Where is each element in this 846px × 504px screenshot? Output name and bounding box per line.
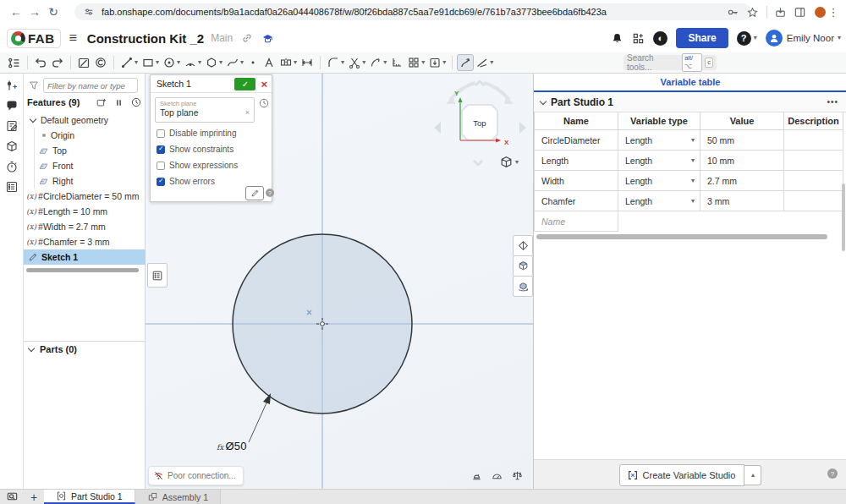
caret-down-icon[interactable]: ▾ bbox=[421, 59, 425, 66]
measure-tool-button[interactable] bbox=[388, 54, 405, 71]
view-mode-button[interactable]: ▾ bbox=[499, 155, 519, 169]
feature-row-right-plane[interactable]: Right bbox=[24, 173, 160, 189]
cell-name[interactable]: Chamfer bbox=[534, 191, 618, 211]
rail-insert-icon[interactable] bbox=[5, 79, 19, 92]
option-show-expressions[interactable]: Show expressions bbox=[157, 161, 238, 170]
table-horizontal-scrollbar[interactable] bbox=[536, 234, 827, 239]
sketch-button[interactable] bbox=[75, 54, 92, 71]
cell-name[interactable]: Width bbox=[534, 171, 618, 191]
brand-logo[interactable]: FAB bbox=[7, 29, 61, 48]
feature-row-sketch-1[interactable]: Sketch 1 bbox=[24, 249, 150, 265]
section-menu-icon[interactable]: ••• bbox=[827, 97, 838, 107]
cell-description[interactable] bbox=[784, 171, 843, 191]
browser-forward-button[interactable]: → bbox=[25, 5, 44, 19]
use-project-tool-button[interactable] bbox=[457, 54, 474, 71]
browser-back-button[interactable]: ← bbox=[7, 5, 25, 19]
cell-type-dropdown[interactable]: Length▾ bbox=[618, 151, 700, 171]
accept-button[interactable]: ✓ bbox=[234, 78, 255, 90]
checkbox-unchecked[interactable] bbox=[157, 129, 165, 138]
part-studio-section-header[interactable]: Part Studio 1 ••• bbox=[534, 92, 846, 112]
chevron-down-icon[interactable] bbox=[28, 345, 35, 352]
view-cube-label[interactable]: Top bbox=[473, 118, 486, 128]
mirror-tool-button[interactable]: ▾ bbox=[277, 54, 299, 71]
side-panel-icon[interactable] bbox=[794, 6, 806, 19]
cell-description[interactable] bbox=[784, 130, 843, 151]
cell-type-dropdown[interactable]: Length▾ bbox=[618, 191, 700, 211]
checkbox-unchecked[interactable] bbox=[157, 162, 165, 170]
help-menu[interactable]: ? ▾ bbox=[737, 31, 757, 46]
cell-type-dropdown[interactable]: Length▾ bbox=[618, 171, 700, 191]
sketch-list-toggle-button[interactable] bbox=[147, 263, 168, 288]
rail-history-icon[interactable] bbox=[5, 160, 19, 173]
history-clock-icon[interactable] bbox=[258, 97, 270, 109]
isometric-view-button[interactable] bbox=[513, 255, 533, 277]
column-header-type[interactable]: Variable type bbox=[618, 112, 700, 130]
option-disable-imprinting[interactable]: Disable imprinting bbox=[157, 129, 236, 138]
caret-down-icon[interactable]: ▾ bbox=[515, 159, 519, 166]
parts-section-header[interactable]: Parts (0) bbox=[29, 344, 77, 354]
add-tab-button[interactable]: + bbox=[24, 490, 44, 504]
polygon-tool-button[interactable]: ▾ bbox=[203, 54, 224, 71]
filter-input[interactable] bbox=[43, 78, 138, 93]
column-header-value[interactable]: Value bbox=[700, 112, 784, 130]
rotate-view-button[interactable] bbox=[513, 276, 533, 297]
rail-notes-icon[interactable] bbox=[5, 119, 19, 133]
sketch-plane-value[interactable]: Top plane bbox=[160, 107, 199, 118]
feature-row-front-plane[interactable]: Front bbox=[24, 158, 160, 173]
caret-down-icon[interactable]: ▾ bbox=[177, 59, 180, 66]
cell-value[interactable]: 2.7 mm bbox=[700, 171, 784, 191]
feature-row-default-geometry[interactable]: Default geometry bbox=[24, 112, 152, 128]
cell-name[interactable]: Length bbox=[534, 151, 618, 171]
scale-indicator-icon[interactable] bbox=[511, 469, 524, 482]
caret-down-icon[interactable]: ▾ bbox=[383, 59, 387, 66]
cell-name[interactable]: CircleDiameter bbox=[534, 130, 618, 151]
sketch-plane-field[interactable]: Sketch plane Top plane × bbox=[155, 97, 255, 123]
caret-down-icon[interactable]: ▾ bbox=[341, 59, 344, 66]
caret-down-icon[interactable]: ▾ bbox=[691, 137, 695, 144]
share-link-icon[interactable] bbox=[241, 32, 253, 44]
rotate-right-arrow[interactable] bbox=[519, 122, 526, 134]
feature-row-top-plane[interactable]: Top bbox=[24, 143, 160, 158]
rectangle-tool-button[interactable]: ▾ bbox=[140, 54, 161, 71]
cell-value[interactable]: 50 mm bbox=[700, 130, 784, 151]
construction-tool-button[interactable]: ▾ bbox=[474, 54, 495, 71]
caret-down-icon[interactable]: ▾ bbox=[362, 59, 365, 66]
caret-down-icon[interactable]: ▾ bbox=[691, 157, 695, 164]
cancel-button[interactable]: × bbox=[261, 79, 267, 90]
checkbox-checked[interactable] bbox=[157, 178, 165, 186]
rail-bom-icon[interactable] bbox=[5, 180, 19, 194]
section-view-button[interactable] bbox=[513, 235, 533, 256]
rotate-cw-arc[interactable] bbox=[484, 83, 509, 100]
cell-value[interactable]: 10 mm bbox=[700, 151, 784, 171]
rotate-left-arrow[interactable] bbox=[434, 122, 441, 134]
create-variable-studio-button[interactable]: Create Variable Studio bbox=[619, 464, 745, 486]
panel-help-icon[interactable]: ? bbox=[827, 468, 838, 479]
feature-row-variable-width[interactable]: (x) #Width = 2.7 mm bbox=[24, 219, 148, 234]
cell-description[interactable] bbox=[784, 151, 843, 171]
insert-tool-button[interactable]: ▾ bbox=[426, 54, 448, 71]
caret-down-icon[interactable]: ▾ bbox=[442, 59, 446, 66]
rollback-icon[interactable] bbox=[130, 96, 142, 108]
tab-part-studio-1[interactable]: Part Studio 1 bbox=[44, 490, 135, 504]
feature-list-toggle-button[interactable] bbox=[5, 54, 23, 72]
rail-comments-icon[interactable] bbox=[5, 99, 19, 112]
fillet-tool-button[interactable]: ▾ bbox=[325, 54, 346, 71]
share-button[interactable]: Share bbox=[676, 28, 728, 48]
sketch-settings-button[interactable] bbox=[245, 186, 264, 200]
app-store-grid-icon[interactable] bbox=[632, 32, 645, 45]
diameter-dimension[interactable]: fx Ø50 bbox=[217, 440, 247, 452]
cell-description[interactable] bbox=[784, 191, 843, 211]
caret-down-icon[interactable]: ▾ bbox=[156, 59, 159, 66]
circle-tool-button[interactable]: ▾ bbox=[161, 54, 182, 71]
checkbox-checked[interactable] bbox=[157, 145, 165, 154]
spline-tool-button[interactable]: ▾ bbox=[224, 54, 245, 71]
learning-center-icon[interactable]: ◐ bbox=[653, 31, 667, 46]
option-show-constraints[interactable]: Show constraints bbox=[157, 145, 233, 154]
browser-menu-icon[interactable]: ⋮ bbox=[826, 6, 841, 19]
tab-variable-table[interactable]: Variable table bbox=[661, 77, 721, 87]
dimension-tool-button[interactable] bbox=[299, 54, 316, 71]
dome-indicator-icon[interactable] bbox=[470, 469, 483, 482]
chevron-down-icon[interactable] bbox=[540, 97, 547, 104]
tab-assembly-1[interactable]: Assembly 1 bbox=[135, 490, 221, 504]
line-tool-button[interactable]: ▾ bbox=[118, 54, 140, 71]
